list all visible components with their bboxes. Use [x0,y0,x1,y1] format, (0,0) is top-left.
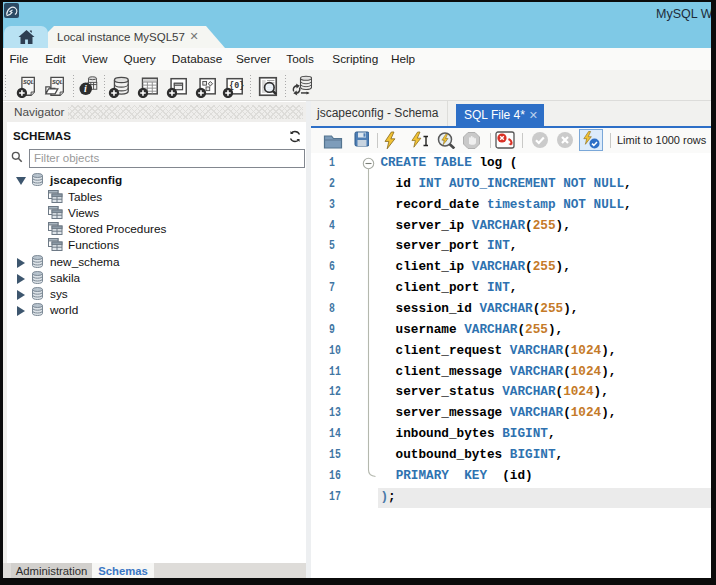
svg-text:SQL: SQL [23,79,35,85]
svg-text:SQL: SQL [52,79,64,85]
svg-text:i: i [84,83,87,94]
svg-text:{0}: {0} [229,81,244,90]
